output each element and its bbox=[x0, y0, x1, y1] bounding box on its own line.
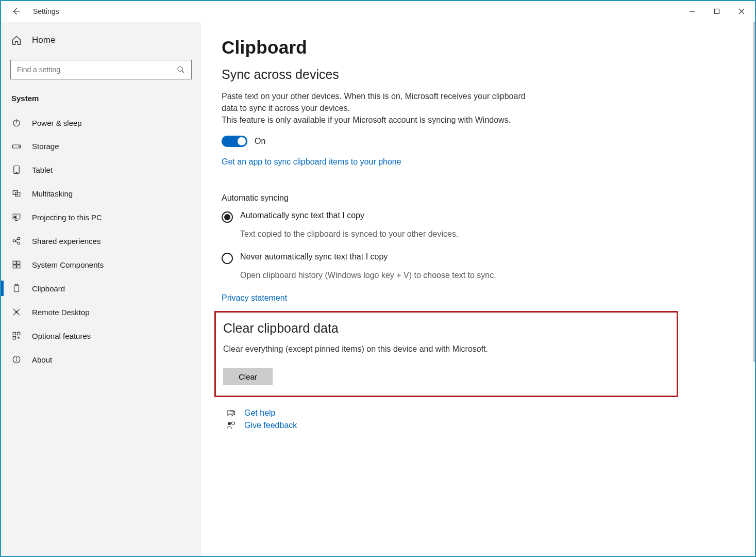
auto-sync-options: Automatically sync text that I copy Text… bbox=[222, 211, 531, 281]
storage-icon bbox=[12, 143, 21, 150]
scrollbar[interactable] bbox=[753, 22, 755, 362]
home-label: Home bbox=[32, 35, 55, 45]
features-icon bbox=[12, 331, 21, 340]
sidebar-item-label: Projecting to this PC bbox=[32, 213, 102, 222]
toggle-knob bbox=[238, 137, 246, 145]
radio-auto-sync[interactable]: Automatically sync text that I copy bbox=[222, 211, 531, 223]
get-help-link[interactable]: Get help bbox=[244, 408, 275, 418]
svg-point-12 bbox=[13, 240, 15, 242]
sidebar-item-tablet[interactable]: Tablet bbox=[1, 158, 201, 182]
clear-heading: Clear clipboard data bbox=[223, 321, 669, 336]
radio-desc: Text copied to the clipboard is synced t… bbox=[240, 228, 529, 240]
radio-input[interactable] bbox=[222, 253, 233, 264]
radio-never-sync[interactable]: Never automatically sync text that I cop… bbox=[222, 252, 531, 264]
multitasking-icon bbox=[12, 189, 21, 198]
sidebar-item-components[interactable]: System Components bbox=[1, 253, 201, 276]
svg-rect-23 bbox=[18, 332, 20, 335]
clear-section-highlight: Clear clipboard data Clear everything (e… bbox=[214, 311, 678, 397]
sidebar-item-label: Shared experiences bbox=[32, 237, 100, 245]
toggle-label: On bbox=[255, 137, 265, 146]
maximize-button[interactable] bbox=[704, 2, 729, 21]
close-icon bbox=[738, 8, 745, 14]
svg-point-28 bbox=[228, 422, 231, 425]
sidebar-item-label: Remote Desktop bbox=[32, 308, 90, 317]
clear-description: Clear everything (except pinned items) o… bbox=[223, 343, 532, 355]
svg-rect-17 bbox=[13, 265, 16, 268]
svg-point-21 bbox=[16, 312, 18, 313]
sidebar-item-label: Storage bbox=[32, 142, 59, 151]
radio-desc: Open clipboard history (Windows logo key… bbox=[240, 269, 529, 281]
feedback-row[interactable]: Give feedback bbox=[222, 421, 734, 430]
tablet-icon bbox=[12, 165, 21, 174]
search-box[interactable] bbox=[10, 60, 192, 79]
radio-input[interactable] bbox=[222, 211, 233, 223]
minimize-button[interactable] bbox=[680, 2, 704, 21]
main-layout: Home System Power & sleep Storage Tablet bbox=[1, 22, 755, 556]
power-icon bbox=[12, 118, 21, 127]
feedback-link[interactable]: Give feedback bbox=[244, 421, 297, 430]
sidebar-item-about[interactable]: About bbox=[1, 348, 201, 371]
svg-rect-24 bbox=[13, 337, 15, 339]
sidebar-item-optional[interactable]: Optional features bbox=[1, 324, 201, 348]
sync-toggle[interactable] bbox=[222, 136, 247, 147]
radio-label: Automatically sync text that I copy bbox=[240, 211, 364, 220]
sync-description: Paste text on your other devices. When t… bbox=[222, 90, 531, 126]
close-button[interactable] bbox=[729, 2, 754, 21]
sidebar-item-label: Tablet bbox=[32, 166, 53, 174]
svg-rect-29 bbox=[232, 422, 235, 424]
search-icon bbox=[177, 65, 185, 74]
sidebar-item-remote[interactable]: Remote Desktop bbox=[1, 300, 201, 324]
auto-sync-heading: Automatic syncing bbox=[222, 193, 734, 203]
svg-rect-18 bbox=[17, 265, 20, 268]
svg-rect-22 bbox=[13, 332, 15, 335]
svg-point-6 bbox=[19, 146, 20, 147]
sidebar-item-clipboard[interactable]: Clipboard bbox=[1, 276, 201, 300]
clear-button[interactable]: Clear bbox=[223, 368, 273, 385]
radio-label: Never automatically sync text that I cop… bbox=[240, 252, 388, 261]
title-bar: Settings bbox=[1, 1, 755, 22]
help-chat-icon bbox=[226, 408, 236, 418]
remote-icon bbox=[12, 307, 21, 317]
minimize-icon bbox=[689, 8, 695, 14]
svg-point-13 bbox=[18, 237, 20, 240]
sidebar-item-label: System Components bbox=[32, 260, 104, 269]
sidebar-item-shared[interactable]: Shared experiences bbox=[1, 229, 201, 253]
svg-point-27 bbox=[16, 357, 16, 358]
sidebar-item-label: Multitasking bbox=[32, 189, 73, 198]
window-controls bbox=[680, 2, 754, 21]
sync-app-link[interactable]: Get an app to sync clipboard items to yo… bbox=[222, 157, 401, 167]
sidebar-item-projecting[interactable]: Projecting to this PC bbox=[1, 205, 201, 229]
about-icon bbox=[12, 355, 21, 364]
titlebar-left: Settings bbox=[11, 7, 59, 16]
projecting-icon bbox=[12, 212, 21, 222]
sidebar: Home System Power & sleep Storage Tablet bbox=[1, 22, 201, 556]
sidebar-item-label: Clipboard bbox=[32, 284, 65, 293]
svg-point-14 bbox=[18, 242, 20, 244]
back-button[interactable] bbox=[11, 7, 21, 16]
svg-rect-15 bbox=[13, 261, 16, 264]
sidebar-section-label: System bbox=[10, 94, 192, 103]
sidebar-item-label: About bbox=[32, 355, 52, 364]
sidebar-item-label: Power & sleep bbox=[32, 119, 82, 127]
sidebar-item-label: Optional features bbox=[32, 332, 91, 340]
get-help-row[interactable]: Get help bbox=[222, 408, 734, 418]
clipboard-icon bbox=[12, 284, 21, 293]
components-icon bbox=[12, 260, 21, 269]
privacy-link[interactable]: Privacy statement bbox=[222, 293, 287, 303]
sidebar-item-power-sleep[interactable]: Power & sleep bbox=[1, 111, 201, 135]
svg-rect-1 bbox=[715, 9, 719, 14]
home-icon bbox=[11, 35, 22, 45]
svg-rect-16 bbox=[17, 261, 20, 264]
content-panel: Clipboard Sync across devices Paste text… bbox=[201, 22, 755, 556]
search-input[interactable] bbox=[17, 65, 177, 74]
sidebar-nav: Power & sleep Storage Tablet Multitaskin… bbox=[1, 111, 201, 371]
window-title: Settings bbox=[33, 7, 59, 15]
maximize-icon bbox=[714, 8, 720, 14]
sync-toggle-row: On bbox=[222, 136, 734, 147]
sidebar-item-storage[interactable]: Storage bbox=[1, 135, 201, 158]
back-arrow-icon bbox=[11, 7, 21, 16]
sidebar-item-multitasking[interactable]: Multitasking bbox=[1, 182, 201, 205]
home-nav[interactable]: Home bbox=[10, 28, 192, 60]
sync-heading: Sync across devices bbox=[222, 67, 734, 82]
svg-rect-11 bbox=[13, 214, 20, 219]
